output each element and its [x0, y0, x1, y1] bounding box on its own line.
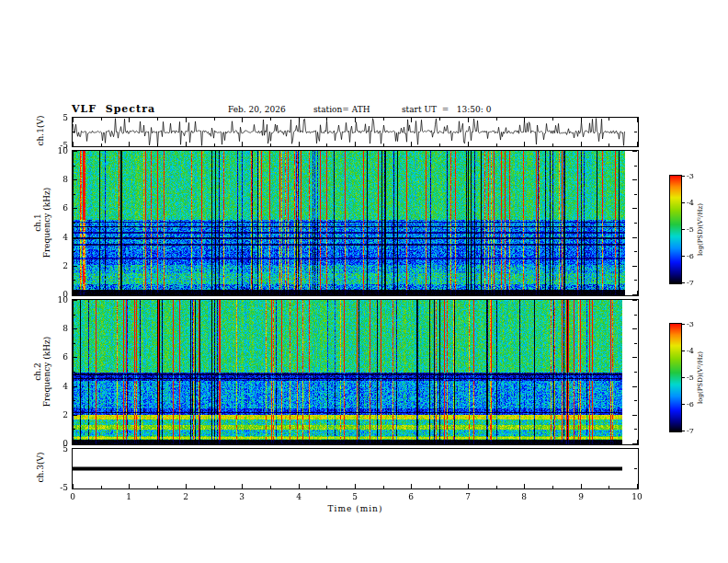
x-tick-label: 2	[176, 492, 195, 501]
ch3-voltage-axis-label: ch.3(V)	[36, 412, 45, 523]
ch1-spectrogram-panel	[72, 150, 639, 296]
colorbar-tick	[682, 377, 685, 378]
y-tick-label: 5	[48, 113, 68, 122]
station-label: station= ATH	[313, 105, 370, 114]
x-tick-label: 9	[572, 492, 590, 501]
colorbar-ch2-label: log(PSD)(V²/Hz)	[697, 323, 705, 433]
colorbar-tick	[682, 350, 685, 351]
x-tick-label: 3	[233, 492, 251, 501]
colorbar-tick	[682, 256, 685, 257]
ch1-waveform-canvas	[73, 118, 638, 146]
colorbar-tick	[682, 202, 685, 203]
ch1-waveform-panel	[72, 117, 639, 147]
colorbar-tick	[682, 229, 685, 230]
start-ut-label: start UT = 13:50: 0	[402, 105, 491, 114]
x-tick-label: 8	[515, 492, 533, 501]
colorbar-ch2	[669, 323, 682, 432]
ch3-waveform-canvas	[73, 449, 638, 488]
ch1-frequency-axis-label: ch.1 Frequency (kHz)	[33, 149, 51, 296]
x-tick-label: 4	[290, 492, 308, 501]
colorbar-ch1-label: log(PSD)(V²/Hz)	[697, 175, 705, 285]
colorbar-tick	[682, 282, 685, 283]
colorbar-ch1-canvas	[670, 176, 681, 283]
ch1-frequency-axis-label-line1: ch.1	[33, 149, 42, 296]
time-axis-label: Time (min)	[72, 504, 639, 513]
ch2-spectrogram-panel	[72, 299, 639, 445]
y-tick-label: -5	[48, 483, 68, 492]
ch1-spectrogram-canvas	[73, 151, 638, 295]
x-tick-label: 6	[402, 492, 420, 501]
colorbar-ch2-canvas	[670, 324, 681, 431]
x-tick-label: 7	[459, 492, 477, 501]
y-tick-label: 5	[48, 444, 68, 454]
x-tick-label: 5	[346, 492, 364, 501]
ch2-spectrogram-canvas	[73, 300, 638, 444]
colorbar-tick	[682, 431, 685, 431]
colorbar-tick	[682, 176, 685, 177]
ch1-frequency-axis-label-line2: Frequency (kHz)	[42, 149, 51, 296]
colorbar-tick	[682, 404, 685, 405]
x-tick-label: 1	[119, 492, 138, 501]
figure-title: VLF Spectra	[72, 103, 155, 115]
vlf-spectra-figure: VLF Spectra Feb. 20, 2026 station= ATH s…	[0, 0, 728, 563]
colorbar-tick	[682, 324, 685, 325]
colorbar-ch1	[669, 175, 682, 284]
x-tick-label: 10	[628, 492, 646, 501]
figure-date: Feb. 20, 2026	[228, 105, 286, 114]
x-tick-label: 0	[63, 492, 82, 501]
ch3-waveform-panel	[72, 448, 639, 489]
